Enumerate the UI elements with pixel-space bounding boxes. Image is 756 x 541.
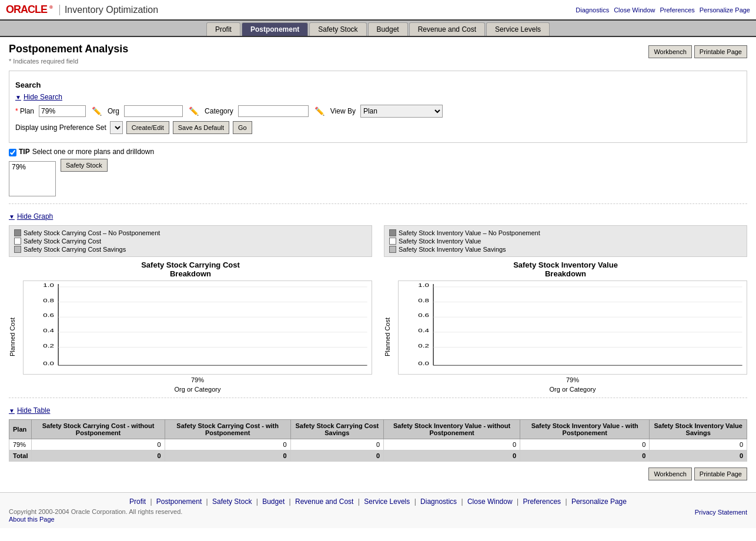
- plan-label: * Plan: [15, 107, 34, 115]
- hide-table-toggle[interactable]: ▼ Hide Table: [9, 406, 747, 415]
- footer-links: Profit | Postponement | Safety Stock | B…: [9, 497, 747, 506]
- tip-section: TIP Select one or more plans and drilldo…: [9, 148, 747, 199]
- col-ss-inv-value-with-postpone: Safety Stock Inventory Value - with Post…: [520, 420, 650, 439]
- bottom-printable-page-button[interactable]: Printable Page: [694, 467, 747, 480]
- copyright-text: Copyright 2000-2004 Oracle Corporation. …: [9, 508, 182, 515]
- footer-close-window-link[interactable]: Close Window: [467, 497, 513, 506]
- search-section: Search ▼ Hide Search * Plan ✏️ Org ✏️ Ca…: [9, 71, 747, 143]
- svg-text:1.0: 1.0: [43, 282, 54, 288]
- hide-graph-toggle[interactable]: ▼ Hide Graph: [9, 212, 747, 221]
- graphs-container: Safety Stock Carrying Cost – No Postpone…: [9, 225, 747, 393]
- legend-item-1: Safety Stock Carrying Cost – No Postpone…: [14, 229, 367, 236]
- footer-profit-link[interactable]: Profit: [129, 497, 146, 506]
- plan-list-item[interactable]: 79%: [9, 162, 55, 172]
- oracle-logo: ORACLE ®: [6, 4, 52, 16]
- right-chart-svg: 1.0 0.8 0.6 0.4 0.2 0.0: [398, 280, 747, 375]
- total-label: Total: [9, 450, 32, 462]
- footer-sep-3: |: [256, 497, 260, 506]
- tab-budget[interactable]: Budget: [368, 22, 408, 36]
- footer-service-levels-link[interactable]: Service Levels: [364, 497, 410, 506]
- tab-postponement[interactable]: Postponement: [242, 22, 308, 36]
- collapse-graph-icon: ▼: [9, 213, 15, 220]
- header-close-window-link[interactable]: Close Window: [614, 6, 655, 14]
- plan-input[interactable]: [39, 105, 86, 117]
- cell-ss-cc-savings: 0: [290, 439, 383, 450]
- right-legend-item-3: Safety Stock Inventory Value Savings: [389, 246, 742, 253]
- bottom-workbench-button[interactable]: Workbench: [648, 467, 691, 480]
- tab-revenue-and-cost[interactable]: Revenue and Cost: [409, 22, 485, 36]
- right-chart-wrapper: Planned Cost 1.0 0.8 0.6 0.4 0.2 0.0: [384, 280, 747, 393]
- top-printable-page-button[interactable]: Printable Page: [694, 45, 747, 58]
- safety-stock-button[interactable]: Safety Stock: [61, 159, 108, 172]
- top-workbench-button[interactable]: Workbench: [648, 45, 691, 58]
- cell-ss-iv-savings: 0: [650, 439, 747, 450]
- right-legend-item-2: Safety Stock Inventory Value: [389, 238, 742, 245]
- footer-sep-9: |: [565, 497, 568, 506]
- legend-item-3: Safety Stock Carrying Cost Savings: [14, 246, 367, 253]
- right-legend-item-1: Safety Stock Inventory Value – No Postpo…: [389, 229, 742, 236]
- header-diagnostics-link[interactable]: Diagnostics: [576, 6, 609, 14]
- left-chart-area: 1.0 0.8 0.6 0.4 0.2 0.0: [23, 280, 372, 393]
- plan-search-icon[interactable]: ✏️: [91, 106, 103, 116]
- about-page-link[interactable]: About this Page: [9, 516, 55, 523]
- footer-diagnostics-link[interactable]: Diagnostics: [420, 497, 457, 506]
- plan-list[interactable]: 79%: [9, 161, 56, 196]
- view-by-select[interactable]: Plan Org Category: [360, 105, 443, 118]
- go-button[interactable]: Go: [233, 121, 252, 134]
- left-chart-title: Safety Stock Carrying Cost Breakdown: [9, 261, 372, 278]
- page-title: Postponement Analysis: [9, 43, 747, 55]
- svg-text:0.4: 0.4: [43, 328, 54, 333]
- left-x-axis-label: Org or Category: [23, 386, 372, 393]
- privacy-statement-link[interactable]: Privacy Statement: [695, 509, 747, 516]
- create-edit-button[interactable]: Create/Edit: [126, 121, 169, 134]
- total-ss-cc-savings: 0: [290, 450, 383, 462]
- category-input[interactable]: [238, 105, 309, 117]
- oracle-text: ORACLE: [6, 4, 47, 15]
- pref-row: Display using Preference Set Create/Edit…: [15, 121, 741, 134]
- footer-personalize-link[interactable]: Personalize Page: [571, 497, 627, 506]
- right-legend-label-3: Safety Stock Inventory Value Savings: [399, 246, 506, 253]
- tab-service-levels[interactable]: Service Levels: [486, 22, 550, 36]
- tip-checkbox[interactable]: [9, 149, 16, 156]
- org-input[interactable]: [124, 105, 183, 117]
- header-links: Diagnostics Close Window Preferences Per…: [576, 6, 750, 14]
- search-row: * Plan ✏️ Org ✏️ Category ✏️ View By Pla…: [15, 105, 741, 118]
- org-search-icon[interactable]: ✏️: [188, 106, 200, 116]
- pref-set-dropdown[interactable]: [110, 121, 123, 134]
- svg-text:0.8: 0.8: [418, 298, 429, 303]
- category-search-icon[interactable]: ✏️: [313, 106, 326, 116]
- left-y-axis-label: Planned Cost: [9, 280, 21, 393]
- category-label: Category: [205, 107, 233, 115]
- footer-sep-1: |: [150, 497, 153, 506]
- left-legend: Safety Stock Carrying Cost – No Postpone…: [9, 225, 372, 257]
- legend-color-1: [14, 229, 21, 236]
- save-as-default-button[interactable]: Save As Default: [173, 121, 229, 134]
- pref-set-label: Display using Preference Set: [15, 123, 106, 132]
- right-x-axis-label: Org or Category: [398, 386, 747, 393]
- tab-profit[interactable]: Profit: [206, 22, 240, 36]
- cell-ss-iv-with-postpone: 0: [520, 439, 650, 450]
- legend-color-2: [14, 238, 21, 245]
- right-legend-color-3: [389, 246, 396, 253]
- header-preferences-link[interactable]: Preferences: [660, 6, 694, 14]
- header-personalize-link[interactable]: Personalize Page: [700, 6, 750, 14]
- legend-item-2: Safety Stock Carrying Cost: [14, 238, 367, 245]
- footer-preferences-link[interactable]: Preferences: [523, 497, 561, 506]
- total-ss-iv-with-postpone: 0: [520, 450, 650, 462]
- footer-postponement-link[interactable]: Postponement: [156, 497, 202, 506]
- total-ss-iv-no-postpone: 0: [384, 450, 520, 462]
- hide-search-toggle[interactable]: ▼ Hide Search: [15, 93, 741, 101]
- svg-text:0.8: 0.8: [43, 298, 54, 303]
- svg-text:0.6: 0.6: [43, 312, 54, 318]
- hide-graph-label: Hide Graph: [17, 212, 53, 221]
- footer-revenue-link[interactable]: Revenue and Cost: [295, 497, 353, 506]
- table-section: ▼ Hide Table Plan Safety Stock Carrying …: [9, 398, 747, 462]
- col-ss-carrying-cost-savings: Safety Stock Carrying Cost Savings: [290, 420, 383, 439]
- tab-safety-stock[interactable]: Safety Stock: [309, 22, 366, 36]
- svg-text:0.0: 0.0: [43, 360, 54, 366]
- footer-safety-stock-link[interactable]: Safety Stock: [212, 497, 252, 506]
- right-legend-color-1: [389, 229, 396, 236]
- collapse-icon: ▼: [15, 94, 21, 101]
- svg-text:0.2: 0.2: [418, 343, 429, 348]
- footer-budget-link[interactable]: Budget: [262, 497, 285, 506]
